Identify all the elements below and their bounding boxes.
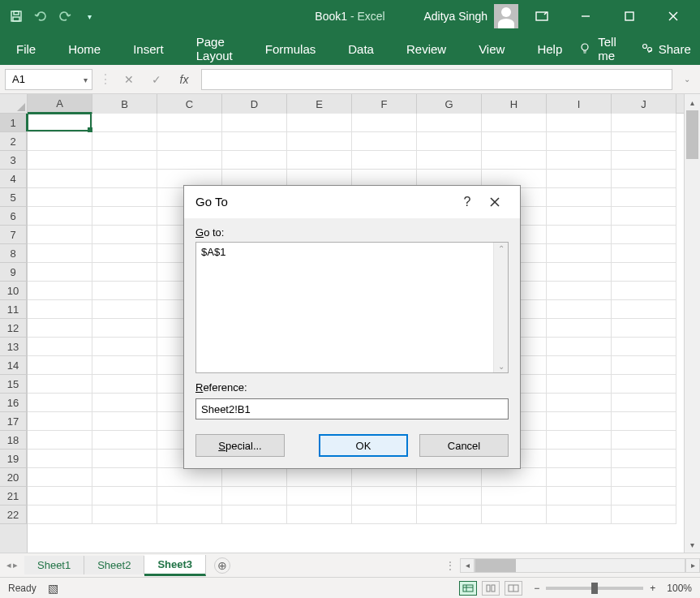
ok-button[interactable]: OK [319, 434, 408, 457]
cell[interactable] [28, 300, 92, 319]
tab-view[interactable]: View [462, 32, 521, 65]
cell[interactable] [547, 282, 612, 300]
view-normal-button[interactable] [459, 581, 477, 596]
formula-input[interactable] [201, 69, 672, 90]
cell[interactable] [28, 468, 92, 487]
tab-file[interactable]: File [0, 32, 52, 65]
row-header-1[interactable]: 1 [0, 114, 27, 132]
cell[interactable] [417, 468, 482, 487]
cell[interactable] [92, 263, 157, 282]
cell[interactable] [287, 114, 352, 132]
cell[interactable] [417, 487, 482, 506]
cell[interactable] [92, 300, 157, 319]
cell[interactable] [612, 394, 676, 412]
cell[interactable] [28, 188, 92, 207]
zoom-level[interactable]: 100% [667, 583, 692, 594]
cell[interactable] [547, 207, 612, 226]
cell[interactable] [28, 375, 92, 394]
cell[interactable] [222, 487, 287, 506]
ribbon-display-options-button[interactable] [522, 0, 562, 32]
col-header-A[interactable]: A [28, 94, 92, 114]
row-header-22[interactable]: 22 [0, 506, 27, 524]
tab-page-layout[interactable]: Page Layout [180, 32, 249, 65]
cell[interactable] [547, 468, 612, 487]
maximize-button[interactable] [609, 0, 650, 32]
redo-icon[interactable] [55, 6, 75, 26]
cell[interactable] [612, 207, 676, 226]
cell[interactable] [547, 132, 612, 151]
cell[interactable] [612, 412, 676, 431]
horizontal-scrollbar[interactable]: ⋮ ◂ ▸ [440, 558, 700, 573]
cell[interactable] [287, 487, 352, 506]
cell[interactable] [28, 431, 92, 450]
cell[interactable] [28, 132, 92, 151]
minimize-button[interactable] [565, 0, 606, 32]
dialog-titlebar[interactable]: Go To ? [184, 186, 520, 218]
cell[interactable] [547, 300, 612, 319]
cell[interactable] [547, 412, 612, 431]
sheet-tab-1[interactable]: Sheet1 [24, 556, 84, 574]
cell[interactable] [547, 170, 612, 188]
cell[interactable] [28, 487, 92, 506]
cell[interactable] [612, 188, 676, 207]
cell[interactable] [417, 132, 482, 151]
row-header-21[interactable]: 21 [0, 487, 27, 506]
tab-review[interactable]: Review [390, 32, 462, 65]
dialog-close-button[interactable] [481, 188, 509, 216]
cell[interactable] [157, 506, 222, 524]
scroll-thumb[interactable] [686, 110, 698, 159]
new-sheet-button[interactable]: ⊕ [214, 557, 230, 574]
cell[interactable] [547, 263, 612, 282]
zoom-out-button[interactable]: − [534, 583, 539, 594]
cell[interactable] [28, 450, 92, 468]
macro-record-icon[interactable]: ▧ [48, 582, 58, 595]
cell[interactable] [157, 151, 222, 170]
cell[interactable] [547, 356, 612, 375]
cell[interactable] [28, 338, 92, 356]
cell[interactable] [612, 487, 676, 506]
row-header-6[interactable]: 6 [0, 207, 27, 226]
scroll-left-icon[interactable]: ◂ [460, 558, 475, 573]
col-header-C[interactable]: C [157, 94, 222, 114]
row-header-4[interactable]: 4 [0, 170, 27, 188]
col-header-D[interactable]: D [222, 94, 287, 114]
cell[interactable] [612, 170, 676, 188]
cell[interactable] [352, 506, 417, 524]
cell[interactable] [612, 450, 676, 468]
cell[interactable] [28, 263, 92, 282]
view-page-layout-button[interactable] [482, 581, 500, 596]
cell[interactable] [92, 132, 157, 151]
cell[interactable] [482, 132, 547, 151]
cell[interactable] [92, 226, 157, 244]
cell[interactable] [547, 188, 612, 207]
cell[interactable] [547, 151, 612, 170]
cell[interactable] [28, 412, 92, 431]
cancel-button[interactable]: Cancel [419, 434, 509, 457]
cell[interactable] [612, 244, 676, 263]
cell[interactable] [482, 151, 547, 170]
cell[interactable] [157, 468, 222, 487]
cell[interactable] [417, 151, 482, 170]
row-header-17[interactable]: 17 [0, 412, 27, 431]
cell[interactable] [547, 431, 612, 450]
cell[interactable] [482, 114, 547, 132]
tab-help[interactable]: Help [521, 32, 578, 65]
cell[interactable] [352, 151, 417, 170]
cell[interactable] [612, 226, 676, 244]
row-header-2[interactable]: 2 [0, 132, 27, 151]
cell[interactable] [547, 114, 612, 132]
col-header-F[interactable]: F [352, 94, 417, 114]
expand-formula-bar-icon[interactable]: ⌄ [679, 75, 695, 84]
cell[interactable] [28, 151, 92, 170]
cell[interactable] [28, 244, 92, 263]
col-header-G[interactable]: G [417, 94, 482, 114]
tab-formulas[interactable]: Formulas [249, 32, 333, 65]
cell[interactable] [612, 338, 676, 356]
user-name[interactable]: Aditya Singh [423, 10, 487, 23]
share-button[interactable]: Share [633, 41, 699, 57]
scroll-right-icon[interactable]: ▸ [685, 558, 700, 573]
cell[interactable] [92, 356, 157, 375]
cell[interactable] [92, 114, 157, 132]
cell[interactable] [482, 487, 547, 506]
cell[interactable] [222, 468, 287, 487]
